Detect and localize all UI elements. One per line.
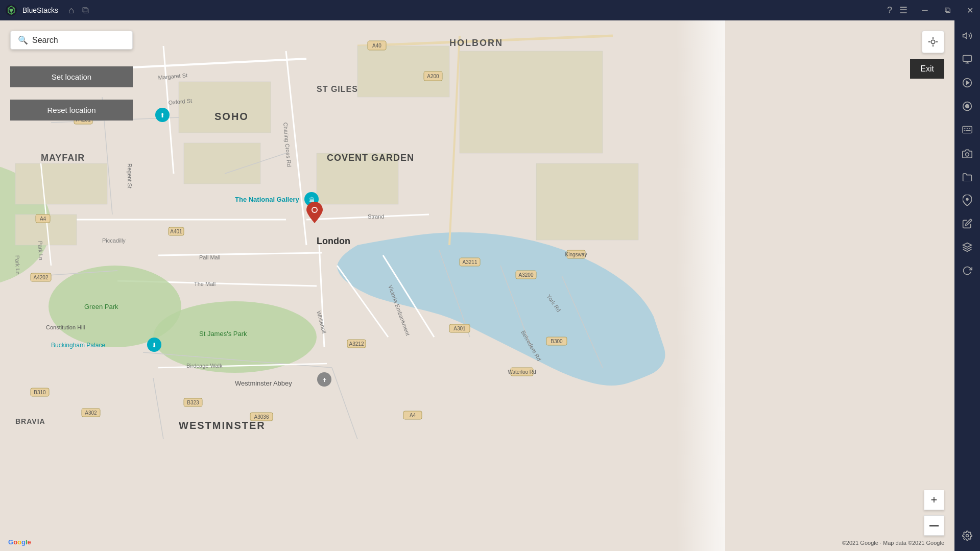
svg-text:A200: A200 <box>427 74 439 79</box>
zoom-out-button[interactable] <box>924 515 944 536</box>
svg-marker-120 <box>963 33 967 39</box>
hamburger-menu-icon[interactable]: ☰ <box>899 5 907 16</box>
svg-point-113 <box>313 208 317 212</box>
main-content: A40 A200 A4201 A401 A4202 B310 A302 B323… <box>0 20 980 551</box>
display-icon[interactable] <box>956 48 978 70</box>
svg-text:B300: B300 <box>551 339 563 344</box>
svg-text:Regent St: Regent St <box>127 163 133 188</box>
search-bar[interactable]: 🔍 Search <box>10 31 133 50</box>
svg-text:A401: A401 <box>170 229 182 234</box>
svg-text:Pall Mall: Pall Mall <box>199 254 221 260</box>
svg-point-127 <box>966 105 969 108</box>
svg-text:The Mall: The Mall <box>194 281 216 287</box>
svg-text:Westminster Abbey: Westminster Abbey <box>235 379 292 387</box>
svg-rect-128 <box>963 126 972 133</box>
rotate-icon[interactable] <box>956 259 978 282</box>
camera-icon[interactable] <box>956 142 978 164</box>
svg-text:Buckingham Palace: Buckingham Palace <box>51 342 105 349</box>
svg-text:WESTMINSTER: WESTMINSTER <box>179 420 266 431</box>
folder-icon[interactable] <box>956 165 978 188</box>
google-logo: Google <box>8 538 31 546</box>
svg-text:BRAVIA: BRAVIA <box>15 417 45 425</box>
svg-text:COVENT GARDEN: COVENT GARDEN <box>327 153 414 163</box>
record-icon[interactable] <box>956 95 978 117</box>
reset-location-button[interactable]: Reset location <box>10 100 133 121</box>
svg-text:HOLBORN: HOLBORN <box>449 38 503 48</box>
svg-text:A3200: A3200 <box>519 272 534 278</box>
svg-text:⬆: ⬆ <box>160 112 165 119</box>
svg-text:A301: A301 <box>453 326 466 331</box>
restore-button[interactable]: ⧉ <box>937 0 958 20</box>
home-icon[interactable]: ⌂ <box>68 5 74 16</box>
location-pin <box>306 202 323 223</box>
svg-text:Waterloo Rd: Waterloo Rd <box>508 369 536 375</box>
location-sidebar-icon[interactable] <box>956 189 978 211</box>
set-location-button[interactable]: Set location <box>10 66 133 87</box>
help-icon[interactable]: ? <box>887 5 892 16</box>
svg-rect-20 <box>179 82 271 133</box>
right-sidebar <box>954 20 980 551</box>
svg-point-1 <box>10 9 13 12</box>
settings-icon[interactable] <box>956 524 978 547</box>
svg-text:ST GILES: ST GILES <box>317 85 358 93</box>
svg-text:SOHO: SOHO <box>214 111 249 122</box>
map-copyright: ©2021 Google · Map data ©2021 Google <box>842 540 944 546</box>
app-name: BlueStacks <box>22 6 58 14</box>
svg-text:✝: ✝ <box>322 377 327 383</box>
app-logo <box>4 3 18 17</box>
close-button[interactable]: ✕ <box>960 0 980 20</box>
exit-button[interactable]: Exit <box>910 59 944 79</box>
zoom-in-button[interactable]: + <box>924 490 944 510</box>
svg-point-138 <box>966 535 969 537</box>
map-container[interactable]: A40 A200 A4201 A401 A4202 B310 A302 B323… <box>0 20 954 551</box>
layers-icon[interactable] <box>956 236 978 258</box>
svg-text:Strand: Strand <box>368 213 384 220</box>
svg-text:A4: A4 <box>410 413 416 418</box>
svg-text:Constitution Hill: Constitution Hill <box>46 324 85 330</box>
svg-text:The National Gallery: The National Gallery <box>235 196 299 203</box>
svg-text:Green Park: Green Park <box>84 303 118 310</box>
svg-text:Birdcage Walk: Birdcage Walk <box>186 363 223 369</box>
svg-text:A3211: A3211 <box>463 259 477 265</box>
svg-text:A302: A302 <box>85 410 97 416</box>
svg-rect-111 <box>562 20 725 551</box>
svg-text:⬇: ⬇ <box>152 342 157 349</box>
titlebar-controls: ? ☰ ─ ⧉ ✕ <box>887 0 980 20</box>
svg-text:Park Ln: Park Ln <box>37 241 44 260</box>
svg-point-135 <box>966 153 969 156</box>
svg-rect-18 <box>15 163 107 204</box>
svg-text:MAYFAIR: MAYFAIR <box>41 153 85 163</box>
edit-icon[interactable] <box>956 212 978 235</box>
volume-icon[interactable] <box>956 25 978 47</box>
map-background: A40 A200 A4201 A401 A4202 B310 A302 B323… <box>0 20 954 551</box>
svg-text:A4202: A4202 <box>34 275 49 280</box>
play-icon[interactable] <box>956 71 978 94</box>
svg-rect-121 <box>963 56 972 62</box>
svg-marker-125 <box>966 81 969 85</box>
svg-rect-119 <box>929 525 939 526</box>
svg-text:Park Ln: Park Ln <box>14 255 21 275</box>
minimize-button[interactable]: ─ <box>915 0 935 20</box>
svg-point-114 <box>931 40 935 43</box>
svg-text:A40: A40 <box>372 43 381 49</box>
titlebar: BlueStacks ⌂ ⧉ ? ☰ ─ ⧉ ✕ <box>0 0 980 20</box>
locate-me-button[interactable] <box>922 31 944 53</box>
svg-rect-21 <box>184 143 260 184</box>
svg-text:A3036: A3036 <box>254 414 269 420</box>
titlebar-nav: ⌂ ⧉ <box>68 5 887 16</box>
svg-text:Piccadilly: Piccadilly <box>102 237 126 244</box>
svg-text:A3212: A3212 <box>349 341 364 347</box>
svg-marker-137 <box>963 243 972 247</box>
multi-instance-icon[interactable]: ⧉ <box>82 5 89 16</box>
svg-point-136 <box>966 198 968 201</box>
svg-text:B310: B310 <box>34 390 46 395</box>
search-icon: 🔍 <box>18 35 28 45</box>
svg-text:A4: A4 <box>40 216 46 222</box>
svg-text:London: London <box>317 236 350 246</box>
keyboard-icon[interactable] <box>956 118 978 141</box>
search-label: Search <box>32 36 58 45</box>
svg-text:St James's Park: St James's Park <box>199 330 247 338</box>
svg-text:B323: B323 <box>187 400 199 405</box>
